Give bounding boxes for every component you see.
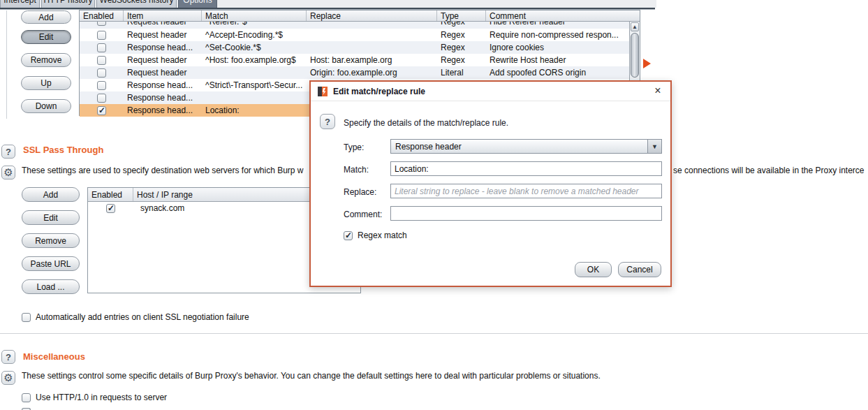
enabled-checkbox[interactable] (97, 43, 106, 52)
table-header[interactable]: Enabled Item Match Replace Type Comment (80, 10, 640, 22)
table-row[interactable]: Request header ^Host: foo.example.org$ H… (80, 54, 631, 66)
cell-type: Regex (437, 22, 486, 27)
cell-comment: Hide Referer header (486, 22, 631, 27)
panel-edge-line (6, 10, 7, 119)
cell-match: Location: (202, 105, 307, 115)
comment-label: Comment: (344, 210, 382, 219)
cell-match: ^Referer.*$ (202, 22, 307, 27)
mr-down-button[interactable]: Down (21, 99, 71, 113)
cell-item: Request header (124, 55, 202, 65)
checkbox-label: Regex match (358, 230, 407, 240)
col-enabled[interactable]: Enabled (80, 10, 124, 21)
cell-item: Request header (124, 22, 202, 27)
ssl-load-button[interactable]: Load ... (22, 279, 80, 294)
mr-up-button[interactable]: Up (21, 76, 71, 90)
regex-match-option[interactable]: ✓ Regex match (344, 230, 407, 240)
ssl-paste-url-button[interactable]: Paste URL (22, 256, 80, 271)
help-icon[interactable]: ? (320, 114, 335, 129)
enabled-checkbox-checked[interactable]: ✓ (106, 204, 115, 213)
ssl-remove-button[interactable]: Remove (22, 233, 80, 248)
dialog-title: Edit match/replace rule (333, 87, 425, 96)
comment-input[interactable] (390, 206, 662, 221)
mr-add-button[interactable]: Add (21, 10, 71, 24)
gear-icon[interactable]: ⚙ (1, 166, 15, 180)
type-label: Type: (344, 142, 364, 152)
regex-checkbox-checked[interactable]: ✓ (344, 231, 353, 240)
type-dropdown-value: Response header (391, 142, 647, 152)
ssl-add-button[interactable]: Add (22, 187, 80, 202)
dialog-description: Specify the details of the match/replace… (344, 118, 508, 128)
scroll-up-icon[interactable]: ▲ (631, 22, 639, 31)
button-label: OK (587, 265, 599, 274)
check-icon: ✓ (98, 105, 105, 115)
col-replace[interactable]: Replace (307, 10, 437, 21)
cell-type: Regex (437, 30, 486, 40)
ssl-description-left: These settings are used to specify desti… (22, 166, 309, 175)
button-label: Remove (31, 55, 62, 65)
cancel-button[interactable]: Cancel (618, 262, 661, 277)
cell-item: Response head... (124, 93, 202, 103)
proxy-subtab-bar: Intercept HTTP history WebSockets histor… (0, 0, 656, 8)
match-input[interactable] (390, 161, 662, 176)
table-row[interactable]: Request header ^Accept-Encoding.*$ Regex… (80, 29, 631, 41)
cell-replace: Host: bar.example.org (307, 55, 437, 65)
tab-websockets-history[interactable]: WebSockets history (96, 0, 177, 8)
checkbox-label: Automatically add entries on client SSL … (36, 312, 249, 322)
col-match[interactable]: Match (202, 10, 307, 21)
dialog-titlebar[interactable]: Edit match/replace rule × (311, 82, 670, 101)
ssl-edit-button[interactable]: Edit (22, 210, 80, 225)
table-overflow-marker-icon (643, 59, 651, 68)
tab-label: WebSockets history (100, 0, 174, 5)
mr-remove-button[interactable]: Remove (21, 53, 71, 67)
section-divider (0, 333, 868, 334)
tab-label: Options (183, 0, 212, 5)
col-comment[interactable]: Comment (486, 10, 640, 21)
help-icon[interactable]: ? (1, 145, 15, 159)
chevron-down-icon[interactable]: ▼ (647, 140, 661, 153)
table-row[interactable]: Request header ^Referer.*$ Regex Hide Re… (80, 22, 631, 29)
col-item[interactable]: Item (124, 10, 202, 21)
edit-match-replace-dialog: Edit match/replace rule × ? Specify the … (309, 80, 672, 287)
ok-button[interactable]: OK (575, 262, 612, 277)
scrollbar-thumb[interactable] (631, 33, 639, 78)
burp-suite-icon (318, 87, 328, 96)
cell-comment: Add spoofed CORS origin (486, 68, 631, 78)
cell-item: Response head... (124, 80, 202, 90)
col-type[interactable]: Type (437, 10, 486, 21)
enabled-checkbox[interactable] (97, 31, 106, 40)
http10-option[interactable]: Use HTTP/1.0 in requests to server (22, 393, 167, 402)
cell-comment: Rewrite Host header (486, 55, 631, 65)
enabled-checkbox[interactable] (97, 94, 106, 103)
match-label: Match: (344, 165, 369, 175)
enabled-checkbox[interactable] (97, 68, 106, 78)
type-dropdown[interactable]: Response header ▼ (390, 139, 662, 154)
cell-type: Literal (437, 68, 486, 78)
tab-intercept[interactable]: Intercept (0, 0, 40, 8)
ssl-auto-add-option[interactable]: Automatically add entries on client SSL … (22, 312, 249, 322)
enabled-checkbox-checked[interactable]: ✓ (97, 106, 106, 115)
table-row[interactable]: Response head... ^Set-Cookie.*$ Regex Ig… (80, 41, 631, 54)
replace-label: Replace: (344, 187, 376, 197)
button-label: Paste URL (30, 259, 71, 269)
cell-item: Response head... (124, 43, 202, 52)
table-row[interactable]: Request header Origin: foo.example.org L… (80, 66, 631, 79)
checkbox-label: Use HTTP/1.0 in requests to server (36, 393, 167, 402)
replace-input[interactable] (390, 184, 662, 198)
cell-match: ^Strict\-Transport\-Secur... (202, 80, 307, 90)
tab-http-history[interactable]: HTTP history (41, 0, 95, 8)
close-icon[interactable]: × (652, 85, 664, 97)
help-icon[interactable]: ? (1, 350, 15, 364)
tab-label: HTTP history (44, 0, 93, 5)
gear-icon[interactable]: ⚙ (1, 371, 15, 385)
col-enabled[interactable]: Enabled (88, 188, 133, 201)
mr-edit-button[interactable]: Edit (21, 30, 71, 44)
http10-checkbox[interactable] (22, 393, 31, 402)
enabled-checkbox[interactable] (97, 22, 106, 26)
enabled-checkbox[interactable] (97, 81, 106, 90)
cell-replace: Origin: foo.example.org (307, 68, 437, 78)
auto-add-checkbox[interactable] (22, 313, 31, 322)
button-label: Add (43, 190, 58, 200)
misc-description: These settings control some specific det… (22, 371, 860, 381)
tab-options[interactable]: Options (178, 0, 217, 8)
enabled-checkbox[interactable] (97, 56, 106, 65)
